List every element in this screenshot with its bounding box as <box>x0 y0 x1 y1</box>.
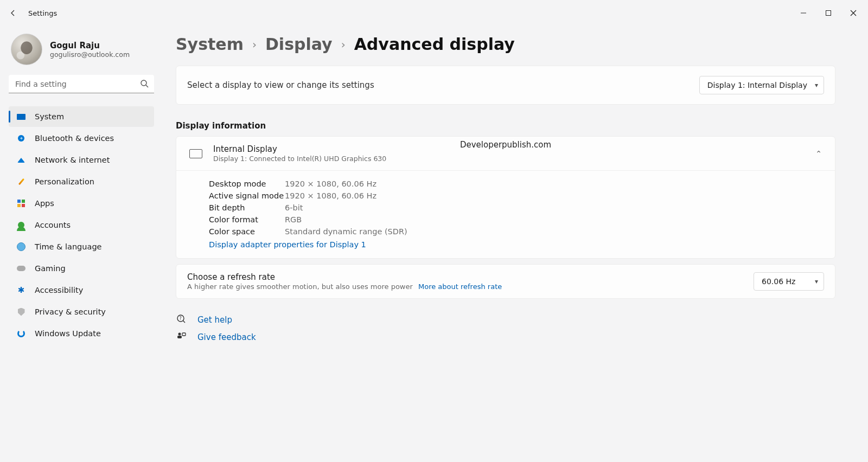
back-button[interactable] <box>2 2 24 24</box>
refresh-rate-title: Choose a refresh rate <box>187 272 502 282</box>
display-connection: Display 1: Connected to Intel(R) UHD Gra… <box>213 155 386 163</box>
user-profile[interactable]: Gogul Raju gogulisro@outlook.com <box>11 34 154 65</box>
svg-text:?: ? <box>180 316 182 321</box>
maximize-icon <box>825 10 832 16</box>
gamepad-icon <box>16 264 26 273</box>
window-title: Settings <box>28 9 57 17</box>
sidebar-item-label: Time & language <box>35 242 102 251</box>
info-key: Active signal mode <box>209 191 285 200</box>
maximize-button[interactable] <box>816 4 841 22</box>
info-key: Desktop mode <box>209 179 285 188</box>
info-row-desktop-mode: Desktop mode 1920 × 1080, 60.06 Hz <box>209 179 822 188</box>
bluetooth-icon: ⌖ <box>16 133 26 143</box>
sidebar-item-apps[interactable]: Apps <box>9 193 154 214</box>
sidebar-item-accessibility[interactable]: ✱ Accessibility <box>9 280 154 300</box>
close-icon <box>850 10 857 16</box>
chevron-right-icon: › <box>252 38 257 51</box>
display-selector-dropdown[interactable]: Display 1: Internal Display ▾ <box>699 76 824 94</box>
search-input[interactable] <box>9 75 154 93</box>
help-links: ? Get help Give feedback <box>176 314 835 343</box>
sidebar-item-label: Privacy & security <box>35 307 106 316</box>
nav-list: System ⌖ Bluetooth & devices Network & i… <box>9 106 154 344</box>
display-info-card: Internal Display Display 1: Connected to… <box>176 136 835 259</box>
search-box <box>9 75 154 93</box>
give-feedback-link[interactable]: Give feedback <box>197 332 256 342</box>
get-help-link[interactable]: Get help <box>197 315 232 325</box>
info-key: Color space <box>209 227 285 236</box>
info-value: RGB <box>285 215 302 224</box>
globe-icon <box>16 242 26 252</box>
search-icon <box>140 79 149 90</box>
refresh-rate-sub: A higher rate gives smoother motion, but… <box>187 283 502 291</box>
display-selector-value: Display 1: Internal Display <box>707 81 807 89</box>
refresh-rate-sub-text: A higher rate gives smoother motion, but… <box>187 283 413 291</box>
refresh-rate-dropdown[interactable]: 60.06 Hz ▾ <box>754 272 824 291</box>
info-key: Bit depth <box>209 203 285 212</box>
breadcrumb-system[interactable]: System <box>176 35 244 54</box>
sidebar-item-privacy[interactable]: Privacy & security <box>9 301 154 322</box>
user-name: Gogul Raju <box>50 41 130 50</box>
sidebar-item-time-language[interactable]: Time & language <box>9 236 154 257</box>
adapter-properties-link[interactable]: Display adapter properties for Display 1 <box>209 240 366 249</box>
sidebar-item-personalization[interactable]: Personalization <box>9 171 154 192</box>
close-button[interactable] <box>841 4 866 22</box>
apps-icon <box>16 198 26 208</box>
person-icon <box>16 220 26 230</box>
sidebar-item-accounts[interactable]: Accounts <box>9 215 154 235</box>
give-feedback-row: Give feedback <box>176 331 835 343</box>
info-value: 1920 × 1080, 60.06 Hz <box>285 191 376 200</box>
user-email: gogulisro@outlook.com <box>50 50 130 59</box>
chevron-down-icon: ▾ <box>815 278 818 285</box>
help-icon: ? <box>176 314 187 326</box>
chevron-up-icon: ⌃ <box>815 149 822 158</box>
window-controls <box>791 4 866 22</box>
refresh-rate-more-link[interactable]: More about refresh rate <box>418 283 502 291</box>
sidebar-item-label: Accounts <box>35 221 71 229</box>
wifi-icon <box>16 155 26 165</box>
system-icon <box>16 112 26 121</box>
sidebar-item-label: Gaming <box>35 264 66 273</box>
svg-line-7 <box>183 321 186 323</box>
info-value: 1920 × 1080, 60.06 Hz <box>285 179 376 188</box>
sidebar-item-gaming[interactable]: Gaming <box>9 258 154 279</box>
info-value: 6-bit <box>285 203 303 212</box>
svg-rect-11 <box>182 333 186 336</box>
sidebar-item-bluetooth[interactable]: ⌖ Bluetooth & devices <box>9 128 154 149</box>
display-info-body: Desktop mode 1920 × 1080, 60.06 Hz Activ… <box>176 171 835 258</box>
titlebar: Settings <box>0 0 868 26</box>
info-value: Standard dynamic range (SDR) <box>285 227 407 236</box>
sidebar-item-system[interactable]: System <box>9 106 154 127</box>
sidebar: Gogul Raju gogulisro@outlook.com System … <box>0 26 163 462</box>
sidebar-item-label: Apps <box>35 199 54 208</box>
sidebar-item-label: Personalization <box>35 177 94 186</box>
chevron-right-icon: › <box>341 38 346 51</box>
info-row-active-signal: Active signal mode 1920 × 1080, 60.06 Hz <box>209 191 822 200</box>
avatar <box>11 34 42 65</box>
brush-icon <box>16 177 26 187</box>
display-selector-card: Select a display to view or change its s… <box>176 66 835 105</box>
info-row-color-space: Color space Standard dynamic range (SDR) <box>209 227 822 236</box>
minimize-button[interactable] <box>791 4 816 22</box>
breadcrumb-display[interactable]: Display <box>265 35 333 54</box>
sidebar-item-label: Windows Update <box>35 329 101 338</box>
section-display-information: Display information <box>176 121 835 131</box>
sidebar-item-label: System <box>35 112 64 121</box>
watermark-text: Developerpublish.com <box>460 140 551 150</box>
sidebar-item-windows-update[interactable]: Windows Update <box>9 323 154 344</box>
update-icon <box>16 329 26 338</box>
display-selector-label: Select a display to view or change its s… <box>187 80 374 90</box>
info-row-bit-depth: Bit depth 6-bit <box>209 203 822 212</box>
breadcrumb: System › Display › Advanced display <box>176 35 835 54</box>
accessibility-icon: ✱ <box>16 285 26 295</box>
sidebar-item-network[interactable]: Network & internet <box>9 150 154 170</box>
svg-point-9 <box>178 333 181 336</box>
adapter-properties-row: Display adapter properties for Display 1 <box>209 239 822 249</box>
chevron-down-icon: ▾ <box>815 81 818 89</box>
page-title: Advanced display <box>354 35 515 54</box>
sidebar-item-label: Accessibility <box>35 286 83 294</box>
arrow-left-icon <box>9 9 17 17</box>
sidebar-item-label: Network & internet <box>35 156 110 164</box>
display-info-header[interactable]: Internal Display Display 1: Connected to… <box>176 137 835 171</box>
svg-point-4 <box>141 80 146 86</box>
info-key: Color format <box>209 215 285 224</box>
